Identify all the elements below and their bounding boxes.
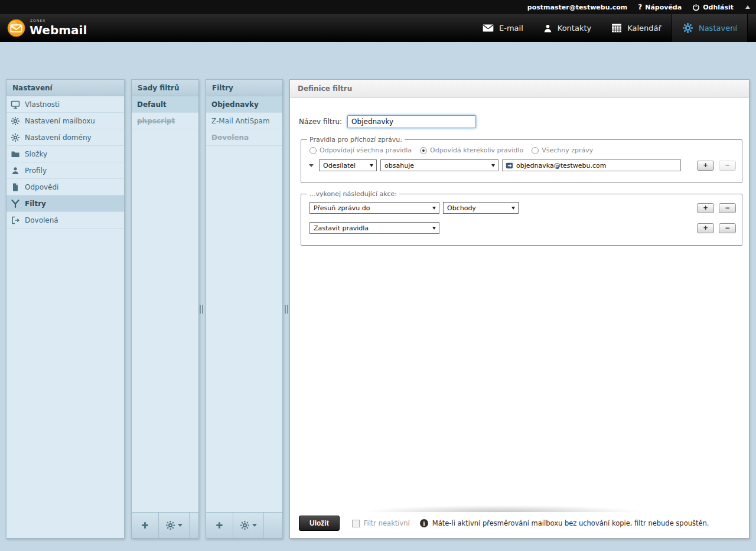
save-button[interactable]: Uložit <box>299 516 340 531</box>
sidebar-item-vlastnosti[interactable]: Vlastnosti <box>6 96 124 113</box>
editor-footer: Uložit Filtr neaktivní i Máte-li aktivní… <box>299 513 743 531</box>
filter-name-input[interactable] <box>347 115 476 128</box>
filter-inactive-label[interactable]: Filtr neaktivní <box>364 519 410 527</box>
brand-name: ZONERWebmail <box>30 21 87 36</box>
rule-options-caret-icon[interactable] <box>307 164 315 167</box>
rule-operator-select[interactable]: obsahuje <box>380 159 498 171</box>
sidebar-item-slozky[interactable]: Složky <box>6 146 124 162</box>
sidebar-item-label: Odpovědi <box>25 183 58 191</box>
select-value: Obchody <box>447 204 476 212</box>
list-item-label: Objednavky <box>211 100 259 109</box>
editor-title: Definice filtru <box>290 80 749 98</box>
filter-set-item-default[interactable]: Default <box>132 96 198 113</box>
add-filter-set-button[interactable] <box>132 513 159 538</box>
action-type-select[interactable]: Zastavit pravidla <box>309 222 439 234</box>
zoner-logo-icon <box>7 19 25 37</box>
nav-email[interactable]: E-mail <box>472 14 533 42</box>
filter-actions-menu-button[interactable] <box>233 513 264 538</box>
address-picker-icon[interactable] <box>506 162 513 169</box>
rule-value-field <box>502 159 681 171</box>
person-icon <box>11 166 20 175</box>
nav-contacts-label: Kontakty <box>558 24 591 32</box>
add-filter-button[interactable] <box>206 513 233 538</box>
remove-rule-button[interactable]: − <box>719 161 736 171</box>
power-icon <box>692 4 700 11</box>
logout-link[interactable]: Odhlásit <box>692 4 734 11</box>
nav-settings-label: Nastavení <box>699 24 737 32</box>
sidebar-item-filtry[interactable]: Filtry <box>6 195 124 212</box>
radio-match-every-message[interactable]: Všechny zprávy <box>532 146 593 154</box>
topbar: postmaster@testwebu.com ? Nápověda Odhlá… <box>0 0 756 14</box>
settings-panel: Nastavení Vlastnosti Nastavení mailboxu … <box>6 79 125 539</box>
nav-contacts[interactable]: Kontakty <box>533 14 601 42</box>
sidebar-item-label: Profily <box>25 167 47 175</box>
filter-set-actions-menu-button[interactable] <box>159 513 190 538</box>
filter-item-objednavky[interactable]: Objednavky <box>206 96 282 113</box>
select-value: Odesílatel <box>323 162 356 169</box>
sidebar-item-nastaveni-domeny[interactable]: Nastavení domény <box>6 129 124 146</box>
add-action-button[interactable]: + <box>697 223 714 233</box>
filter-icon <box>11 199 20 208</box>
action-target-select[interactable]: Obchody <box>443 202 519 214</box>
filter-sets-panel-title: Sady filtrů <box>132 80 198 96</box>
info-icon: i <box>420 519 428 527</box>
radio-match-any[interactable]: Odpovídá kterékoliv pravidlo <box>420 146 523 154</box>
list-item-label: phpscript <box>137 117 175 125</box>
radio-match-all[interactable]: Odpovídají všechna pravidla <box>309 146 412 154</box>
editor-body: Název filtru: Pravidla pro příchozí zprá… <box>290 98 749 538</box>
list-item-label: Z-Mail AntiSpam <box>211 117 270 125</box>
gear-icon <box>682 22 693 34</box>
sidebar-item-label: Vlastnosti <box>25 100 60 109</box>
gear-icon <box>11 116 20 126</box>
panel-splitter[interactable] <box>200 305 204 314</box>
rule-field-select[interactable]: Odesílatel <box>319 159 377 171</box>
person-icon <box>543 24 552 33</box>
user-email: postmaster@testwebu.com <box>527 4 627 11</box>
brand-zoner: ZONER <box>30 19 45 22</box>
scrollbar-up-arrow[interactable] <box>745 5 750 9</box>
nav-settings[interactable]: Nastavení <box>672 14 748 42</box>
sidebar-item-label: Nastavení domény <box>25 133 92 142</box>
remove-action-button[interactable]: − <box>719 203 736 213</box>
add-rule-button[interactable]: + <box>697 161 714 171</box>
rule-match-radio-group: Odpovídají všechna pravidla Odpovídá kte… <box>309 146 736 154</box>
actions-legend: ...vykonej následující akce: <box>307 190 399 198</box>
filter-editor-panel: Definice filtru Název filtru: Pravidla p… <box>289 79 750 539</box>
filter-set-item-phpscript[interactable]: phpscript <box>132 113 198 129</box>
sidebar-item-nastaveni-mailboxu[interactable]: Nastavení mailboxu <box>6 113 124 129</box>
forwarding-note: Máte-li aktivní přesměrování mailboxu be… <box>432 519 709 527</box>
gear-icon <box>11 133 20 142</box>
sidebar-item-profily[interactable]: Profily <box>6 162 124 179</box>
chevron-down-icon <box>432 207 436 210</box>
filter-item-zmail-antispam[interactable]: Z-Mail AntiSpam <box>206 113 282 129</box>
incoming-rules-fieldset: Pravidla pro příchozí zprávu: Odpovídají… <box>301 136 742 183</box>
action-row: Přesuň zprávu do Obchody + − <box>309 202 736 214</box>
filter-item-dovolena[interactable]: Dovolena <box>206 129 282 146</box>
panel-splitter[interactable] <box>285 305 289 314</box>
filter-name-label: Název filtru: <box>299 118 342 126</box>
add-action-button[interactable]: + <box>697 203 714 213</box>
remove-action-button[interactable]: − <box>719 223 736 233</box>
help-link[interactable]: ? Nápověda <box>638 3 682 11</box>
radio-icon <box>309 147 317 154</box>
sidebar-item-label: Nastavení mailboxu <box>25 117 95 125</box>
brand-logo[interactable]: ZONERWebmail <box>7 14 87 42</box>
radio-icon <box>532 147 539 154</box>
monitor-icon <box>11 100 20 109</box>
sidebar-item-dovolena[interactable]: Dovolená <box>6 212 124 229</box>
select-value: Přesuň zprávu do <box>314 204 370 212</box>
filter-inactive-checkbox[interactable] <box>352 520 360 527</box>
rule-value-input[interactable] <box>516 162 677 169</box>
envelope-icon <box>483 24 494 32</box>
footer-shadow <box>308 503 696 512</box>
main-nav: E-mail Kontakty Kalendář Nastavení <box>472 14 748 42</box>
action-type-select[interactable]: Přesuň zprávu do <box>309 202 439 214</box>
sidebar-item-odpovedi[interactable]: Odpovědi <box>6 179 124 195</box>
calendar-icon <box>611 24 622 32</box>
radio-icon <box>420 147 427 154</box>
exit-icon <box>11 216 20 225</box>
chevron-down-icon <box>252 524 257 527</box>
document-icon <box>11 182 20 192</box>
nav-calendar[interactable]: Kalendář <box>601 14 672 42</box>
sidebar-item-label: Filtry <box>25 200 46 208</box>
